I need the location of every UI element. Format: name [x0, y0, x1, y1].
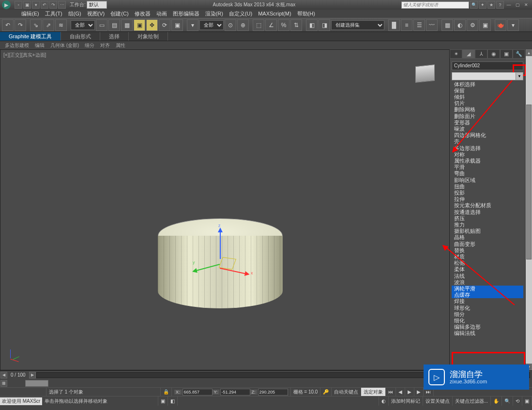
- named-selection-set[interactable]: 创建选择集: [331, 20, 384, 30]
- modifier-item[interactable]: 倾斜: [452, 94, 523, 100]
- layers-icon[interactable]: ☰: [413, 19, 425, 31]
- modifier-item[interactable]: 体积选择: [452, 81, 523, 88]
- modifier-item[interactable]: 扭曲: [452, 183, 523, 190]
- manip-icon[interactable]: ⊕: [237, 19, 249, 31]
- modifier-item[interactable]: 法线: [452, 273, 523, 279]
- coord-z-field[interactable]: [258, 389, 288, 395]
- menu-edit[interactable]: 编辑(E): [18, 10, 42, 18]
- isolate-icon[interactable]: ▣: [158, 396, 168, 406]
- render-prod-icon[interactable]: ▾: [507, 19, 519, 31]
- tl-next-icon[interactable]: ▶: [29, 372, 36, 379]
- cmd-tab-display-icon[interactable]: ▣: [500, 49, 513, 59]
- add-time-tag[interactable]: 添加时间标记: [389, 396, 423, 406]
- cmd-tab-modify-icon[interactable]: ◢: [462, 49, 475, 59]
- nav-pan-icon[interactable]: ✋: [491, 396, 502, 406]
- coord-y-field[interactable]: [220, 389, 250, 395]
- scale-icon[interactable]: ▣: [171, 19, 183, 31]
- menu-create[interactable]: 创建(C): [107, 10, 131, 18]
- coord-x-field[interactable]: [182, 389, 213, 395]
- modifier-item[interactable]: 曲面变形: [452, 241, 523, 247]
- modifier-item[interactable]: 拉伸: [452, 196, 523, 202]
- scroll-up-icon[interactable]: ▲: [526, 49, 532, 56]
- key-filter-button[interactable]: 关键点过滤器...: [453, 396, 491, 406]
- close-icon[interactable]: ✕: [522, 1, 530, 8]
- maxscript-listener[interactable]: 欢迎使用 MAXScr: [0, 397, 42, 405]
- trackbar-toggle-icon[interactable]: ▦: [0, 380, 7, 387]
- play-start-icon[interactable]: ⏮: [386, 388, 396, 396]
- sub-geometry[interactable]: 几何体 (全部): [47, 41, 82, 49]
- tl-prev-icon[interactable]: ◀: [0, 372, 7, 379]
- modifier-item[interactable]: 切片: [452, 100, 523, 106]
- chevron-down-icon[interactable]: ▼: [516, 73, 523, 80]
- modifier-item[interactable]: 球形化: [452, 305, 523, 311]
- modifier-item[interactable]: 平滑: [452, 164, 523, 170]
- maximize-icon[interactable]: ▢: [514, 1, 521, 8]
- modifier-item[interactable]: 按元素分配材质: [452, 202, 523, 209]
- modifier-item[interactable]: 弯曲: [452, 170, 523, 177]
- modifier-item[interactable]: 四边形网格化: [452, 132, 523, 138]
- modifier-item[interactable]: 删除面片: [452, 113, 523, 120]
- angle-snap-icon[interactable]: ∠: [265, 19, 277, 31]
- star-icon[interactable]: ★: [487, 1, 495, 9]
- help-icon[interactable]: ?: [496, 1, 504, 9]
- nav-max-icon[interactable]: ▣: [522, 396, 532, 406]
- select-region-icon[interactable]: ▦: [121, 19, 133, 31]
- window-crossing-icon[interactable]: ▣: [134, 19, 145, 31]
- modifier-item[interactable]: 推力: [452, 222, 523, 228]
- tool-icon[interactable]: ✦: [479, 1, 486, 9]
- modifier-item[interactable]: 编辑多边形: [452, 324, 523, 330]
- qat-redo-icon[interactable]: ↷: [49, 1, 57, 9]
- mirror-icon[interactable]: ▐▌: [388, 19, 400, 31]
- tab-graphite[interactable]: Graphite 建模工具: [0, 32, 61, 41]
- app-icon[interactable]: ▶: [2, 0, 11, 9]
- modifier-item[interactable]: 细化: [452, 318, 523, 324]
- modifier-item[interactable]: 摄影机贴图: [452, 228, 523, 234]
- percent-snap-icon[interactable]: %: [278, 19, 289, 31]
- bind-icon[interactable]: ≋: [55, 19, 67, 31]
- sub-props[interactable]: 属性: [113, 41, 128, 49]
- redo-icon[interactable]: ↷: [15, 19, 26, 31]
- menu-help[interactable]: 帮助(H): [294, 10, 318, 18]
- sub-polymodel[interactable]: 多边形建模: [2, 41, 32, 49]
- render-frame-icon[interactable]: ▣: [479, 19, 491, 31]
- play-next-icon[interactable]: ▶: [414, 388, 424, 396]
- modifier-item[interactable]: 涡轮平滑: [452, 286, 523, 292]
- qat-undo-icon[interactable]: ↶: [41, 1, 48, 9]
- menu-tools[interactable]: 工具(T): [42, 10, 65, 18]
- comm-center-icon[interactable]: ◧: [168, 396, 178, 406]
- scroll-thumb[interactable]: [526, 105, 532, 259]
- modifier-item[interactable]: 按通道选择: [452, 209, 523, 215]
- modifier-item[interactable]: 晶格: [452, 234, 523, 241]
- nav-zoom-icon[interactable]: 🔍: [502, 396, 513, 406]
- menu-maxscript[interactable]: MAXScript(M): [255, 10, 294, 18]
- select-name-icon[interactable]: ▤: [108, 19, 120, 31]
- menu-grapheditors[interactable]: 图形编辑器: [170, 10, 202, 18]
- trackbar-range[interactable]: [25, 380, 48, 387]
- named-sel-icon[interactable]: ◧: [306, 19, 318, 31]
- cmd-tab-create-icon[interactable]: ✴: [450, 49, 462, 59]
- pivot-icon[interactable]: ⊙: [225, 19, 236, 31]
- minimize-icon[interactable]: —: [505, 1, 513, 8]
- menu-views[interactable]: 视图(V): [84, 10, 108, 18]
- refcoord-icon[interactable]: ▾: [187, 19, 198, 31]
- cmd-tab-utilities-icon[interactable]: 🔧: [513, 49, 525, 59]
- qat-more-icon[interactable]: ⋯: [58, 1, 66, 9]
- sub-edit[interactable]: 编辑: [32, 41, 47, 49]
- setkey-button[interactable]: 设置关键点: [423, 396, 453, 406]
- curve-editor-icon[interactable]: 〰: [426, 19, 438, 31]
- move-icon[interactable]: ✥: [146, 19, 158, 31]
- material-editor-icon[interactable]: ◐: [454, 19, 466, 31]
- viewport[interactable]: [+][正交][真实+边面] z x y: [0, 49, 450, 370]
- spinner-snap-icon[interactable]: ⇅: [290, 19, 302, 31]
- modifier-item[interactable]: 噪波: [452, 126, 523, 132]
- modifier-item[interactable]: 投影: [452, 190, 523, 196]
- key-object-select[interactable]: 选定对象: [361, 388, 386, 396]
- tab-selection[interactable]: 选择: [100, 32, 129, 41]
- selection-filter[interactable]: 全部: [71, 20, 95, 30]
- menu-group[interactable]: 组(G): [65, 10, 84, 18]
- menu-modifiers[interactable]: 修改器: [132, 10, 153, 18]
- sub-align[interactable]: 对齐: [97, 41, 113, 49]
- help-search-input[interactable]: [401, 1, 469, 9]
- modifier-item[interactable]: 变形器: [452, 120, 523, 126]
- modifier-item[interactable]: 保留: [452, 88, 523, 94]
